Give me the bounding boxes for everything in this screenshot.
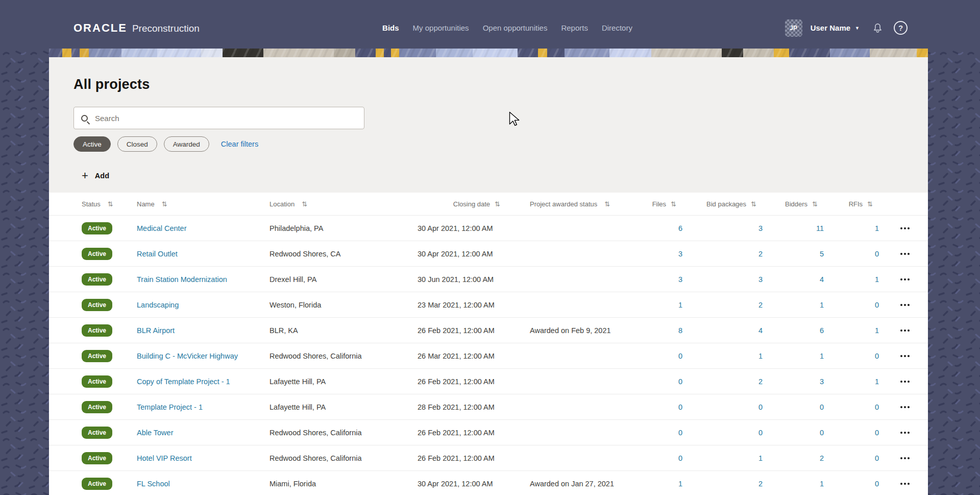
project-awarded-status: Awarded on Jan 27, 2021	[509, 480, 642, 488]
column-header-location[interactable]: Location⇅	[270, 200, 418, 208]
column-header-rfis[interactable]: RFIs⇅	[827, 200, 882, 208]
bidders-count-link[interactable]: 1	[820, 301, 824, 309]
row-actions-button[interactable]	[897, 403, 913, 411]
nav-item-bids[interactable]: Bids	[382, 23, 399, 32]
rfis-count-link[interactable]: 0	[875, 454, 879, 462]
nav-item-my-opportunities[interactable]: My opportunities	[413, 23, 469, 32]
files-count-link[interactable]: 1	[678, 480, 682, 488]
row-actions-button[interactable]	[897, 275, 913, 284]
bid-packages-count-link[interactable]: 0	[758, 403, 763, 411]
files-count-link[interactable]: 0	[678, 454, 682, 462]
bidders-count-link[interactable]: 0	[820, 403, 824, 411]
project-name-link[interactable]: Template Project - 1	[137, 403, 203, 411]
bid-packages-count-link[interactable]: 3	[758, 224, 763, 232]
chevron-down-icon: ▼	[855, 26, 860, 31]
status-badge: Active	[82, 299, 112, 311]
row-actions-button[interactable]	[897, 429, 913, 437]
rfis-count-link[interactable]: 1	[875, 378, 879, 386]
bid-packages-count-link[interactable]: 0	[758, 429, 763, 437]
filter-chip-active[interactable]: Active	[74, 136, 111, 152]
row-actions-button[interactable]	[897, 378, 913, 386]
column-header-closing-date[interactable]: Closing date⇅	[418, 200, 509, 208]
nav-item-reports[interactable]: Reports	[561, 23, 588, 32]
notifications-button[interactable]	[872, 22, 884, 34]
bid-packages-count-link[interactable]: 2	[758, 301, 763, 309]
search-input[interactable]	[95, 114, 357, 123]
add-project-button[interactable]: + Add	[82, 170, 109, 181]
bidders-count-link[interactable]: 0	[820, 429, 824, 437]
bid-packages-count-link[interactable]: 2	[758, 480, 763, 488]
files-count-link[interactable]: 8	[678, 326, 682, 335]
column-header-name[interactable]: Name⇅	[137, 200, 270, 208]
files-count-link[interactable]: 0	[678, 378, 682, 386]
sort-icon: ⇅	[812, 200, 818, 208]
project-name-link[interactable]: Building C - McVicker Highway	[137, 352, 238, 360]
rfis-count-link[interactable]: 0	[875, 301, 879, 309]
column-header-bidders[interactable]: Bidders⇅	[766, 200, 827, 208]
bidders-count-link[interactable]: 4	[820, 275, 824, 284]
user-zone: JP User Name ▼ ?	[785, 19, 908, 37]
row-actions-button[interactable]	[897, 250, 913, 258]
table-header-row: Status⇅ Name⇅ Location⇅ Closing date⇅ Pr…	[49, 193, 928, 215]
bidders-count-link[interactable]: 3	[820, 378, 824, 386]
files-count-link[interactable]: 3	[678, 250, 682, 258]
bidders-count-link[interactable]: 6	[820, 326, 824, 335]
project-name-link[interactable]: Train Station Modernization	[137, 275, 227, 284]
row-actions-button[interactable]	[897, 480, 913, 488]
filter-chip-closed[interactable]: Closed	[117, 136, 157, 152]
table-row: Active Retail Outlet Redwood Shores, CA …	[49, 241, 928, 266]
column-header-files[interactable]: Files⇅	[642, 200, 685, 208]
row-actions-button[interactable]	[897, 224, 913, 232]
user-menu-button[interactable]: User Name ▼	[811, 23, 860, 32]
bidders-count-link[interactable]: 5	[820, 250, 824, 258]
rfis-count-link[interactable]: 1	[875, 224, 879, 232]
help-button[interactable]: ?	[894, 21, 908, 35]
bid-packages-count-link[interactable]: 2	[758, 250, 763, 258]
column-header-bid-packages[interactable]: Bid packages⇅	[685, 200, 766, 208]
files-count-link[interactable]: 6	[678, 224, 682, 232]
rfis-count-link[interactable]: 1	[875, 275, 879, 284]
project-name-link[interactable]: Landscaping	[137, 301, 179, 309]
project-name-link[interactable]: Retail Outlet	[137, 250, 178, 258]
rfis-count-link[interactable]: 0	[875, 480, 879, 488]
bidders-count-link[interactable]: 11	[816, 224, 824, 232]
bidders-count-link[interactable]: 1	[820, 352, 824, 360]
bid-packages-count-link[interactable]: 4	[758, 326, 763, 335]
clear-filters-link[interactable]: Clear filters	[221, 140, 258, 148]
project-location: Redwood Shores, CA	[270, 250, 418, 258]
row-actions-button[interactable]	[897, 301, 913, 309]
column-header-project-awarded-status[interactable]: Project awarded status⇅	[509, 200, 642, 208]
project-name-link[interactable]: FL School	[137, 480, 170, 488]
column-header-status[interactable]: Status⇅	[82, 200, 137, 208]
project-name-link[interactable]: Able Tower	[137, 429, 173, 437]
files-count-link[interactable]: 0	[678, 403, 682, 411]
row-actions-button[interactable]	[897, 326, 913, 335]
files-count-link[interactable]: 0	[678, 429, 682, 437]
closing-date: 26 Feb 2021, 12:00 AM	[418, 429, 509, 437]
rfis-count-link[interactable]: 0	[875, 352, 879, 360]
bidders-count-link[interactable]: 2	[820, 454, 824, 462]
filter-chip-awarded[interactable]: Awarded	[164, 136, 209, 152]
status-badge: Active	[82, 273, 112, 286]
rfis-count-link[interactable]: 1	[875, 326, 879, 335]
bidders-count-link[interactable]: 1	[820, 480, 824, 488]
nav-item-open-opportunities[interactable]: Open opportunities	[483, 23, 548, 32]
row-actions-button[interactable]	[897, 352, 913, 360]
bid-packages-count-link[interactable]: 3	[758, 275, 763, 284]
project-name-link[interactable]: Medical Center	[137, 224, 187, 232]
ellipsis-icon	[900, 253, 910, 255]
project-name-link[interactable]: Hotel VIP Resort	[137, 454, 192, 462]
nav-item-directory[interactable]: Directory	[602, 23, 632, 32]
bid-packages-count-link[interactable]: 1	[758, 352, 763, 360]
rfis-count-link[interactable]: 0	[875, 250, 879, 258]
row-actions-button[interactable]	[897, 454, 913, 462]
rfis-count-link[interactable]: 0	[875, 429, 879, 437]
bid-packages-count-link[interactable]: 1	[758, 454, 763, 462]
files-count-link[interactable]: 3	[678, 275, 682, 284]
files-count-link[interactable]: 0	[678, 352, 682, 360]
files-count-link[interactable]: 1	[678, 301, 682, 309]
bid-packages-count-link[interactable]: 2	[758, 378, 763, 386]
project-name-link[interactable]: BLR Airport	[137, 326, 175, 335]
rfis-count-link[interactable]: 0	[875, 403, 879, 411]
project-name-link[interactable]: Copy of Template Project - 1	[137, 378, 230, 386]
